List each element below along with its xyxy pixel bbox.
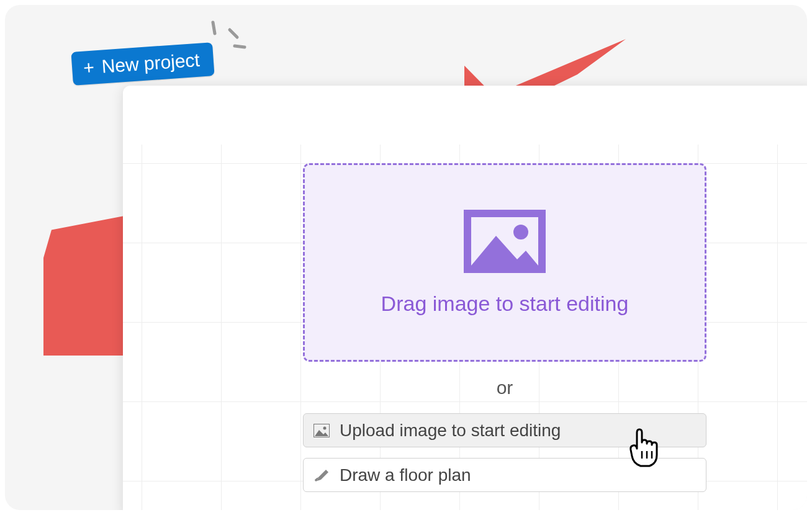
image-icon	[314, 424, 330, 437]
decorative-shape	[43, 216, 124, 356]
image-drop-zone[interactable]: Drag image to start editing	[303, 163, 706, 362]
divider-text: or	[303, 377, 706, 398]
svg-line-2	[235, 46, 245, 47]
new-project-button[interactable]: + New project	[71, 42, 214, 86]
brush-icon	[314, 468, 330, 482]
plus-icon: +	[83, 58, 95, 78]
svg-marker-9	[315, 430, 328, 436]
svg-line-0	[213, 22, 215, 34]
upload-image-label: Upload image to start editing	[340, 421, 561, 441]
main-panel: Drag image to start editing or Upload im…	[123, 86, 807, 510]
draw-floor-plan-label: Draw a floor plan	[340, 465, 471, 485]
svg-line-1	[230, 30, 237, 37]
drop-zone-text: Drag image to start editing	[381, 292, 629, 316]
draw-floor-plan-button[interactable]: Draw a floor plan	[303, 458, 706, 492]
svg-point-8	[323, 426, 327, 429]
svg-point-5	[513, 225, 528, 240]
new-project-label: New project	[101, 50, 201, 78]
image-icon	[464, 210, 546, 273]
upload-image-button[interactable]: Upload image to start editing	[303, 413, 706, 447]
app-frame: + New project Drag image to start editin…	[5, 5, 807, 510]
